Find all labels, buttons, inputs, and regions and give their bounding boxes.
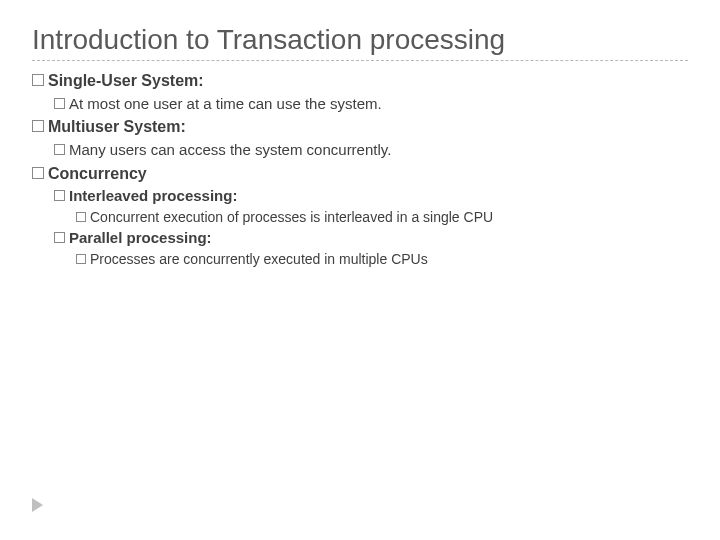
- square-bullet-icon: [32, 74, 44, 86]
- square-bullet-icon: [54, 98, 65, 109]
- slide: Introduction to Transaction processing S…: [0, 0, 720, 540]
- square-bullet-icon: [32, 167, 44, 179]
- bullet-label: Interleaved processing:: [69, 187, 237, 204]
- bullet-interleaved: Interleaved processing:: [54, 186, 688, 206]
- bullet-lead: Many: [69, 141, 110, 158]
- square-bullet-icon: [54, 144, 65, 155]
- bullet-lead: Concurrent: [90, 209, 163, 225]
- bullet-label: Concurrency: [48, 165, 147, 182]
- bullet-single-user: Single-User System:: [32, 71, 688, 92]
- bullet-label: Single-User System:: [48, 72, 204, 89]
- bullet-lead: At: [69, 95, 87, 112]
- square-bullet-icon: [54, 232, 65, 243]
- square-bullet-icon: [76, 254, 86, 264]
- slide-body: Single-User System: At most one user at …: [32, 71, 688, 268]
- bullet-label: Parallel processing:: [69, 229, 212, 246]
- bullet-single-user-desc: At most one user at a time can use the s…: [54, 94, 688, 114]
- bullet-parallel: Parallel processing:: [54, 228, 688, 248]
- bullet-text: execution of processes is interleaved in…: [163, 209, 493, 225]
- title-divider: [32, 60, 688, 61]
- bullet-multiuser: Multiuser System:: [32, 117, 688, 138]
- bullet-parallel-desc: Processes are concurrently executed in m…: [76, 250, 688, 268]
- square-bullet-icon: [54, 190, 65, 201]
- bullet-lead: Processes: [90, 251, 159, 267]
- bullet-text: most one user at a time can use the syst…: [87, 95, 381, 112]
- square-bullet-icon: [32, 120, 44, 132]
- bullet-label: Multiuser System:: [48, 118, 186, 135]
- square-bullet-icon: [76, 212, 86, 222]
- bullet-concurrency: Concurrency: [32, 164, 688, 185]
- slide-title: Introduction to Transaction processing: [32, 24, 688, 56]
- bullet-multiuser-desc: Many users can access the system concurr…: [54, 140, 688, 160]
- bullet-interleaved-desc: Concurrent execution of processes is int…: [76, 208, 688, 226]
- slide-marker-icon: [32, 498, 43, 512]
- bullet-text: are concurrently executed in multiple CP…: [159, 251, 427, 267]
- bullet-text: users can access the system concurrently…: [110, 141, 392, 158]
